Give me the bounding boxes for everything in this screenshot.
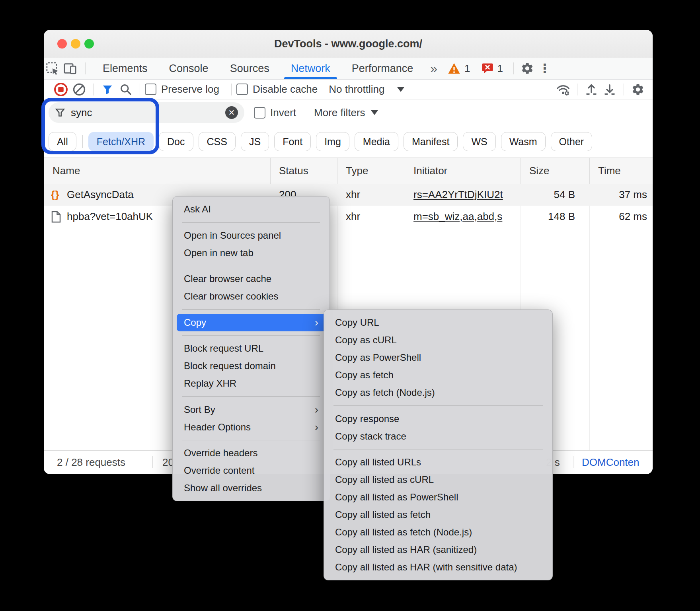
tab-network[interactable]: Network	[280, 58, 341, 79]
divider	[93, 84, 94, 95]
request-initiator[interactable]: rs=AA2YrTtDjKIU2t	[413, 184, 518, 206]
request-type: xhr	[346, 184, 402, 206]
copy-submenu: Copy URL Copy as cURL Copy as PowerShell…	[324, 309, 553, 580]
type-filter-wasm[interactable]: Wasm	[501, 132, 546, 151]
column-header-status[interactable]: Status	[279, 158, 308, 184]
menu-item-clear-browser-cookies[interactable]: Clear browser cookies	[173, 288, 330, 305]
menu-item-open-in-new-tab[interactable]: Open in new tab	[173, 244, 330, 262]
divider	[624, 84, 624, 95]
tab-console[interactable]: Console	[158, 58, 219, 79]
warning-count: 1	[464, 62, 470, 75]
more-tabs-icon[interactable]: »	[424, 61, 442, 76]
invert-checkbox[interactable]	[254, 107, 265, 119]
import-har-icon[interactable]	[582, 80, 601, 99]
filter-input[interactable]: sync ✕	[49, 102, 244, 123]
table-row[interactable]: hpba?vet=10ahUK xhr m=sb_wiz,aa,abd,s 14…	[44, 206, 653, 228]
devtools-tab-bar: Elements Console Sources Network Perform…	[44, 58, 653, 80]
menu-item-copy-all-listed-as-har-sanitized[interactable]: Copy all listed as HAR (sanitized)	[324, 541, 552, 558]
menu-item-copy-url[interactable]: Copy URL	[324, 314, 552, 331]
warnings-badge[interactable]: 1	[442, 62, 476, 75]
request-type-filters: All Fetch/XHR Doc CSS JS Font Img Media …	[44, 126, 653, 158]
disable-cache-checkbox[interactable]	[236, 84, 248, 95]
column-header-name[interactable]: Name	[53, 158, 80, 184]
type-filter-all[interactable]: All	[49, 132, 76, 151]
request-size: 54 B	[521, 184, 575, 206]
menu-item-copy-all-listed-as-powershell[interactable]: Copy all listed as PowerShell	[324, 488, 552, 506]
clear-network-log-icon[interactable]	[70, 80, 88, 99]
type-filter-media[interactable]: Media	[355, 132, 398, 151]
type-filter-doc[interactable]: Doc	[159, 132, 193, 151]
menu-item-ask-ai[interactable]: Ask AI	[173, 200, 330, 218]
menu-item-sort-by[interactable]: Sort By›	[173, 401, 330, 418]
menu-item-open-in-sources[interactable]: Open in Sources panel	[173, 227, 330, 244]
request-size: 148 B	[521, 206, 575, 228]
divider	[85, 62, 86, 74]
search-icon[interactable]	[117, 80, 135, 99]
requests-table-header: Name Status Type Initiator Size Time	[44, 158, 653, 184]
warning-icon	[448, 62, 460, 74]
divider	[577, 84, 577, 95]
inspect-element-icon[interactable]	[44, 60, 61, 77]
device-toolbar-icon[interactable]	[61, 60, 79, 77]
menu-item-copy-all-listed-as-curl[interactable]: Copy all listed as cURL	[324, 471, 552, 488]
type-filter-font[interactable]: Font	[274, 132, 311, 151]
filter-toggle-icon[interactable]	[98, 80, 117, 99]
menu-item-copy-stack-trace[interactable]: Copy stack trace	[324, 428, 552, 445]
type-filter-ws[interactable]: WS	[463, 132, 495, 151]
type-filter-img[interactable]: Img	[316, 132, 349, 151]
divider	[333, 449, 543, 450]
menu-item-copy-all-listed-as-har-sensitive[interactable]: Copy all listed as HAR (with sensitive d…	[324, 558, 552, 576]
errors-badge[interactable]: 1	[476, 62, 509, 75]
export-har-icon[interactable]	[601, 80, 619, 99]
menu-item-copy-all-listed-as-fetch-nodejs[interactable]: Copy all listed as fetch (Node.js)	[324, 523, 552, 541]
menu-item-copy-as-curl[interactable]: Copy as cURL	[324, 331, 552, 349]
column-header-initiator[interactable]: Initiator	[413, 158, 447, 184]
menu-item-clear-browser-cache[interactable]: Clear browser cache	[173, 270, 330, 288]
menu-item-copy-as-powershell[interactable]: Copy as PowerShell	[324, 349, 552, 366]
menu-item-copy-as-fetch[interactable]: Copy as fetch	[324, 366, 552, 384]
menu-item-copy[interactable]: Copy›	[177, 314, 326, 331]
column-header-type[interactable]: Type	[346, 158, 368, 184]
tab-elements[interactable]: Elements	[92, 58, 158, 79]
menu-item-copy-all-listed-urls[interactable]: Copy all listed URLs	[324, 453, 552, 471]
network-conditions-icon[interactable]	[554, 80, 572, 99]
request-initiator[interactable]: m=sb_wiz,aa,abd,s	[413, 206, 518, 228]
menu-item-block-request-domain[interactable]: Block request domain	[173, 357, 330, 375]
menu-item-copy-as-fetch-nodejs[interactable]: Copy as fetch (Node.js)	[324, 384, 552, 401]
menu-item-replay-xhr[interactable]: Replay XHR	[173, 375, 330, 392]
preserve-log-checkbox[interactable]	[145, 84, 156, 95]
divider	[333, 405, 543, 406]
column-header-time[interactable]: Time	[598, 158, 621, 184]
column-header-size[interactable]: Size	[529, 158, 550, 184]
throttling-select[interactable]: No throttling	[329, 83, 384, 95]
tab-performance[interactable]: Performance	[341, 58, 424, 79]
menu-item-header-options[interactable]: Header Options›	[173, 418, 330, 436]
record-network-log-button[interactable]	[52, 80, 70, 99]
menu-item-show-all-overrides[interactable]: Show all overrides	[173, 479, 330, 497]
request-type: xhr	[346, 206, 402, 228]
menu-item-block-request-url[interactable]: Block request URL	[173, 340, 330, 357]
type-filter-manifest[interactable]: Manifest	[404, 132, 458, 151]
menu-item-override-content[interactable]: Override content	[173, 462, 330, 479]
filter-funnel-icon	[55, 107, 65, 118]
divider	[305, 107, 305, 119]
menu-item-override-headers[interactable]: Override headers	[173, 444, 330, 462]
divider	[513, 62, 514, 74]
menu-item-copy-all-listed-as-fetch[interactable]: Copy all listed as fetch	[324, 506, 552, 523]
type-filter-other[interactable]: Other	[551, 132, 593, 151]
error-count: 1	[497, 62, 503, 75]
kebab-menu-icon[interactable]: ⋮	[536, 61, 558, 76]
dom-content-loaded-link[interactable]: DOMConten	[582, 451, 653, 474]
more-filters-dropdown[interactable]: More filters	[314, 107, 365, 119]
type-filter-css[interactable]: CSS	[199, 132, 236, 151]
network-settings-gear-icon[interactable]	[629, 80, 647, 99]
divider	[182, 396, 320, 397]
braces-xhr-icon: {}	[51, 184, 65, 206]
type-filter-js[interactable]: JS	[241, 132, 269, 151]
clear-filter-icon[interactable]: ✕	[225, 106, 238, 119]
menu-item-copy-response[interactable]: Copy response	[324, 410, 552, 428]
table-row[interactable]: {} GetAsyncData 200 xhr rs=AA2YrTtDjKIU2…	[44, 184, 653, 206]
type-filter-fetch-xhr[interactable]: Fetch/XHR	[88, 132, 154, 151]
settings-gear-icon[interactable]	[519, 60, 536, 77]
tab-sources[interactable]: Sources	[219, 58, 280, 79]
